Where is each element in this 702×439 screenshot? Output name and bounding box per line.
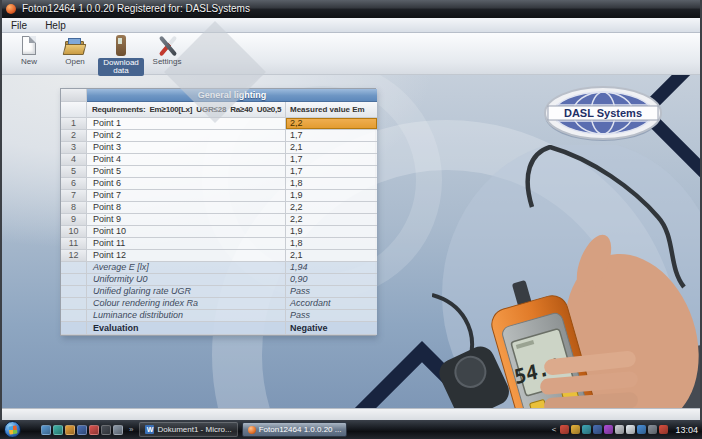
measured-value-cell: 2,1 (286, 142, 377, 154)
new-button[interactable]: New (6, 33, 52, 66)
quick-launch (41, 425, 123, 435)
title-bar[interactable]: Foton12464 1.0.0.20 Registered for: DASL… (0, 0, 702, 18)
tray-icon[interactable] (560, 425, 569, 434)
tray-icon[interactable] (593, 425, 602, 434)
app-icon (6, 4, 16, 14)
taskbar-clock: 13:04 (675, 425, 698, 435)
tray-icon[interactable] (659, 425, 668, 434)
quick-launch-icon[interactable] (77, 425, 87, 435)
tray-icon[interactable] (582, 425, 591, 434)
tray-icon[interactable] (604, 425, 613, 434)
point-label-cell: Colour rendering index Ra (87, 298, 286, 310)
row-number-cell: 10 (61, 226, 87, 238)
tray-expand-icon[interactable]: < (552, 425, 557, 434)
settings-button[interactable]: Settings (144, 33, 190, 66)
point-label-cell: Unified glaring rate UGR (87, 286, 286, 298)
table-row[interactable]: 9Point 92,2 (61, 214, 375, 226)
row-number-cell (61, 262, 87, 274)
table-row[interactable]: Uniformity U00,90 (61, 274, 375, 286)
measured-value-cell: Accordant (286, 298, 377, 310)
open-button[interactable]: Open (52, 33, 98, 66)
table-row[interactable]: Unified glaring rate UGRPass (61, 286, 375, 298)
row-number-cell: 2 (61, 130, 87, 142)
table-row[interactable]: 3Point 32,1 (61, 142, 375, 154)
table-row[interactable]: 7Point 71,9 (61, 190, 375, 202)
point-label-cell: Average E [lx] (87, 262, 286, 274)
evaluation-value: Negative (286, 322, 377, 335)
point-label-cell: Point 3 (87, 142, 286, 154)
table-row[interactable]: 6Point 61,8 (61, 178, 375, 190)
measured-value-cell: 1,9 (286, 226, 377, 238)
table-row[interactable]: Average E [lx]1,94 (61, 262, 375, 274)
quick-launch-icon[interactable] (53, 425, 63, 435)
table-row[interactable]: 8Point 82,2 (61, 202, 375, 214)
taskbar-button-word[interactable]: W Dokument1 - Micro... (139, 422, 237, 437)
start-button[interactable] (4, 421, 21, 438)
taskbar-button-foton[interactable]: Foton12464 1.0.0.20 ... (242, 422, 348, 437)
measured-value-cell: 1,7 (286, 166, 377, 178)
measured-value-cell: 1,7 (286, 130, 377, 142)
table-row[interactable]: Luminance distributionPass (61, 310, 375, 322)
menu-file[interactable]: File (2, 18, 36, 33)
measured-value-cell: 1,8 (286, 178, 377, 190)
menu-bar: File Help (2, 18, 700, 33)
quick-launch-icon[interactable] (113, 425, 123, 435)
quick-launch-icon[interactable] (101, 425, 111, 435)
fingers (539, 350, 638, 408)
row-number-cell (61, 310, 87, 322)
points-body: 1Point 12,22Point 21,73Point 32,14Point … (61, 118, 375, 262)
row-number-cell: 8 (61, 202, 87, 214)
taskbar: » W Dokument1 - Micro... Foton12464 1.0.… (0, 420, 702, 439)
row-number-cell: 4 (61, 154, 87, 166)
quick-launch-icon[interactable] (65, 425, 75, 435)
row-number-cell (61, 298, 87, 310)
measured-value-cell: 2,1 (286, 250, 377, 262)
quick-launch-overflow-icon[interactable]: » (129, 425, 133, 434)
tray-icon[interactable] (571, 425, 580, 434)
point-label-cell: Point 11 (87, 238, 286, 250)
measured-value-cell: 1,9 (286, 190, 377, 202)
tray-icon[interactable] (626, 425, 635, 434)
point-label-cell: Point 10 (87, 226, 286, 238)
tray-icon[interactable] (637, 425, 646, 434)
table-row[interactable]: 10Point 101,9 (61, 226, 375, 238)
menu-help[interactable]: Help (36, 18, 75, 33)
window-title: Foton12464 1.0.0.20 Registered for: DASL… (22, 3, 250, 14)
row-number-cell: 9 (61, 214, 87, 226)
table-row[interactable]: 2Point 21,7 (61, 130, 375, 142)
table-row[interactable]: 11Point 111,8 (61, 238, 375, 250)
table-row[interactable]: 4Point 41,7 (61, 154, 375, 166)
table-row[interactable]: Colour rendering index RaAccordant (61, 298, 375, 310)
quick-launch-icon[interactable] (41, 425, 51, 435)
open-folder-icon (64, 35, 86, 57)
point-label-cell: Point 6 (87, 178, 286, 190)
measured-value-cell: Pass (286, 286, 377, 298)
table-row[interactable]: 5Point 51,7 (61, 166, 375, 178)
download-data-button[interactable]: Download data (98, 33, 144, 76)
meter-device-icon (110, 35, 132, 57)
table-row[interactable]: 12Point 122,1 (61, 250, 375, 262)
evaluation-row: Evaluation Negative (61, 322, 375, 335)
point-label-cell: Point 5 (87, 166, 286, 178)
measured-value-cell: Pass (286, 310, 377, 322)
quick-launch-icon[interactable] (89, 425, 99, 435)
row-number-cell: 11 (61, 238, 87, 250)
row-number-cell (61, 286, 87, 298)
point-label-cell: Point 4 (87, 154, 286, 166)
point-label-cell: Point 12 (87, 250, 286, 262)
content-area: DASL Systems (2, 75, 700, 408)
logo-text: DASL Systems (564, 107, 642, 119)
row-number-cell: 3 (61, 142, 87, 154)
measurement-table: General lighting Requirements: Em≥100[Lx… (60, 88, 376, 336)
system-tray: < 13:04 (552, 425, 702, 435)
point-label-cell: Luminance distribution (87, 310, 286, 322)
row-number-cell: 1 (61, 118, 87, 130)
point-label-cell: Uniformity U0 (87, 274, 286, 286)
measured-value-cell: 0,90 (286, 274, 377, 286)
row-number-cell (61, 274, 87, 286)
foton-app-icon (248, 426, 256, 434)
tray-icon[interactable] (615, 425, 624, 434)
word-icon: W (145, 425, 154, 434)
tray-icon[interactable] (648, 425, 657, 434)
evaluation-label: Evaluation (87, 322, 286, 335)
